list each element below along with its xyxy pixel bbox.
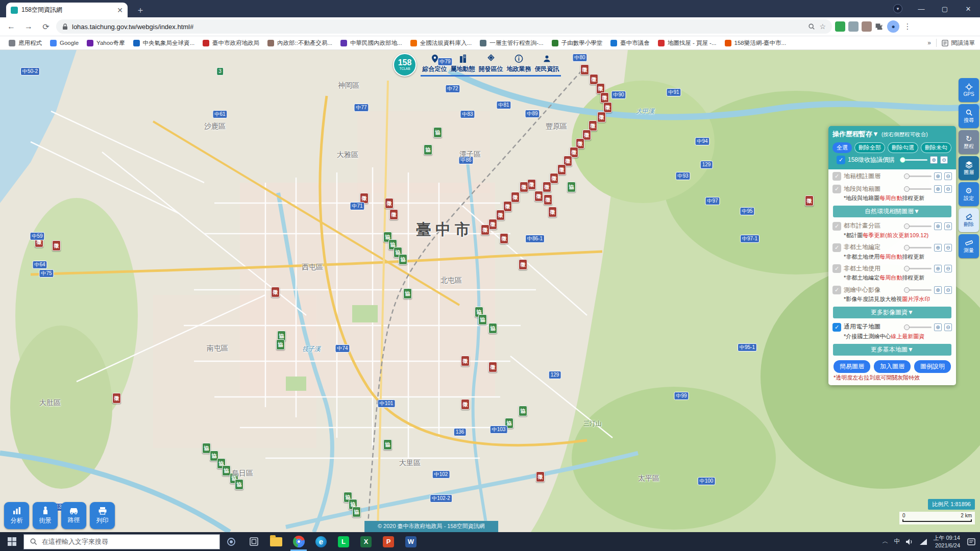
bookmarks-overflow-icon[interactable]: » xyxy=(927,39,931,46)
delete-checked-button[interactable]: 刪除勾選 xyxy=(888,142,918,153)
bookmark-item[interactable]: 臺中市議會 xyxy=(607,38,653,48)
checkbox-checked[interactable] xyxy=(832,323,841,332)
minimize-button[interactable]: — xyxy=(910,0,933,17)
reading-list-button[interactable]: 閱讀清單 xyxy=(942,39,975,47)
refresh-icon[interactable]: ⟳ xyxy=(39,19,53,34)
opacity-slider[interactable] xyxy=(905,327,932,328)
opacity-slider[interactable] xyxy=(905,289,932,291)
expropriation-marker[interactable]: 徵 xyxy=(603,102,612,113)
slider-knob[interactable] xyxy=(904,223,910,229)
checkbox-unchecked[interactable] xyxy=(832,222,841,231)
taskbar-search-input[interactable]: 在這裡輸入文字來搜尋 xyxy=(23,534,220,549)
remove-layer-icon[interactable] xyxy=(944,244,952,252)
powerpoint-taskbar-button[interactable]: P xyxy=(377,532,400,551)
word-taskbar-button[interactable]: W xyxy=(400,532,422,551)
expropriation-marker[interactable]: 徵 xyxy=(597,112,606,122)
checkbox-unchecked[interactable] xyxy=(832,243,841,252)
checkbox-unchecked[interactable] xyxy=(832,172,841,181)
negotiation-marker[interactable]: 協 xyxy=(235,479,243,490)
back-icon[interactable]: ← xyxy=(4,19,18,34)
network-icon[interactable] xyxy=(919,538,927,545)
taskbar-clock[interactable]: 上午 09:14 2021/6/24 xyxy=(933,534,960,549)
chrome-taskbar-button[interactable] xyxy=(287,532,310,551)
browser-tab[interactable]: 158空間資訊網 ✕ xyxy=(6,3,128,17)
zoom-to-layer-icon[interactable] xyxy=(934,265,942,272)
ime-indicator[interactable]: 中 xyxy=(894,537,900,546)
slider-knob[interactable] xyxy=(904,173,910,179)
file-explorer-button[interactable] xyxy=(265,532,287,551)
bookmark-item[interactable]: 中央氣象局全球資... xyxy=(130,38,199,48)
toolbar-item-land-dynamics[interactable]: 屬地動態 xyxy=(449,54,477,73)
slider-knob[interactable] xyxy=(904,186,910,192)
expropriation-marker[interactable]: 徵 xyxy=(544,194,552,205)
negotiation-marker[interactable]: 協 xyxy=(403,288,412,299)
expropriation-marker[interactable]: 徵 xyxy=(461,356,470,366)
bookmark-star-icon[interactable]: ☆ xyxy=(819,22,826,31)
add-layer-button[interactable]: 加入圖層 xyxy=(874,360,911,373)
toolbar-item-development-zone[interactable]: 開發區位 xyxy=(477,54,505,73)
address-bar[interactable]: lohas.taichung.gov.tw/webgis/index.html#… xyxy=(56,19,832,34)
route-button[interactable]: 路徑 xyxy=(61,502,86,529)
expropriation-marker[interactable]: 徵 xyxy=(527,179,536,190)
speaker-icon[interactable] xyxy=(905,538,914,545)
nature-layers-dropdown[interactable]: 自然環境相關圖層▼ xyxy=(833,206,951,217)
checkbox-unchecked[interactable] xyxy=(832,286,841,294)
negotiation-marker[interactable]: 協 xyxy=(424,144,432,155)
select-all-button[interactable]: 全選 xyxy=(832,142,852,153)
panel-title[interactable]: 操作歷程暫存▼ xyxy=(832,130,879,139)
negotiation-marker[interactable]: 協 xyxy=(383,439,392,450)
remove-layer-icon[interactable] xyxy=(944,172,952,180)
opacity-slider[interactable] xyxy=(905,226,932,227)
negotiation-marker[interactable]: 協 xyxy=(276,339,285,350)
opacity-slider[interactable] xyxy=(905,247,932,248)
zoom-to-layer-icon[interactable] xyxy=(934,185,942,193)
bookmark-item[interactable]: 應用程式 xyxy=(5,38,45,48)
settings-tool-button[interactable]: ⚙ 設定 xyxy=(959,182,979,206)
maximize-button[interactable]: ▢ xyxy=(933,0,957,17)
expropriation-marker[interactable]: 徵 xyxy=(500,233,508,244)
slider-knob[interactable] xyxy=(904,324,910,330)
bookmark-item[interactable]: 地圖找屋 - 買屋 -... xyxy=(654,38,720,48)
expropriation-marker[interactable]: 徵 xyxy=(385,198,394,209)
delete-all-button[interactable]: 刪除全部 xyxy=(854,142,885,153)
expropriation-marker[interactable]: 徵 xyxy=(496,210,505,220)
slider-knob[interactable] xyxy=(900,157,905,163)
expropriation-marker[interactable]: 徵 xyxy=(488,362,497,372)
extension-icon[interactable] xyxy=(835,21,845,32)
layers-tool-button[interactable]: 圖層 xyxy=(959,156,979,180)
expropriation-marker[interactable]: 徵 xyxy=(488,219,497,230)
remove-layer-icon[interactable] xyxy=(944,286,952,294)
bookmark-item[interactable]: 一層主管行程查詢-... xyxy=(476,38,547,48)
checkbox-unchecked[interactable] xyxy=(832,264,841,273)
erase-tool-button[interactable]: 刪除 xyxy=(959,208,979,232)
opacity-slider[interactable] xyxy=(905,268,932,269)
toolbar-item-land-affairs[interactable]: 地政業務 xyxy=(505,54,533,73)
expropriation-marker[interactable]: 徵 xyxy=(389,209,398,220)
opacity-slider[interactable] xyxy=(905,188,932,190)
extensions-puzzle-icon[interactable] xyxy=(875,22,884,31)
remove-layer-icon[interactable] xyxy=(940,156,948,164)
expropriation-marker[interactable]: 徵 xyxy=(271,287,280,297)
zoom-icon[interactable] xyxy=(808,23,815,30)
extension-icon[interactable] xyxy=(848,21,859,32)
cortana-button[interactable] xyxy=(220,532,242,551)
profile-avatar[interactable]: ● xyxy=(887,20,899,33)
bookmark-item[interactable]: Google xyxy=(46,38,82,48)
expropriation-marker[interactable]: 徵 xyxy=(548,207,557,217)
negotiation-marker[interactable]: 協 xyxy=(567,182,576,192)
print-button[interactable]: 列印 xyxy=(90,502,115,529)
bookmark-item[interactable]: 內政部::不動產交易... xyxy=(264,38,336,48)
tray-expand-icon[interactable]: ︿ xyxy=(882,537,888,546)
expropriation-marker[interactable]: 徵 xyxy=(600,92,609,103)
logo-158[interactable]: 158 TCLAB xyxy=(393,53,416,77)
negotiation-marker[interactable]: 協 xyxy=(519,406,527,416)
task-view-button[interactable] xyxy=(242,532,265,551)
toolbar-item-locate[interactable]: 綜合定位 xyxy=(421,54,449,73)
history-tool-button[interactable]: ↻ 歷程 xyxy=(959,130,979,154)
zoom-to-layer-icon[interactable] xyxy=(930,156,938,164)
tab-search-icon[interactable]: ▾ xyxy=(893,4,902,13)
expropriation-marker[interactable]: 徵 xyxy=(805,195,814,206)
zoom-to-layer-icon[interactable] xyxy=(934,222,942,230)
expropriation-marker[interactable]: 徵 xyxy=(580,64,589,75)
remove-layer-icon[interactable] xyxy=(944,222,952,230)
